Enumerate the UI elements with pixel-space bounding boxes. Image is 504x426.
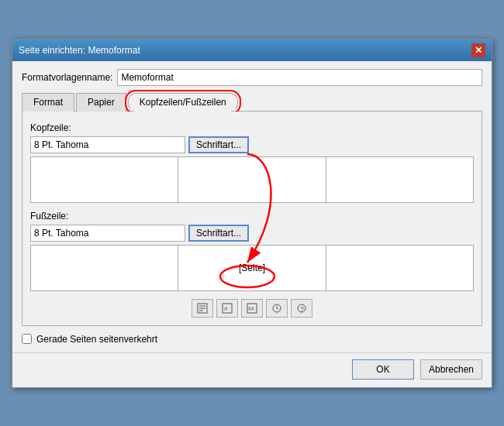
tab-content: Kopfzeile: Schriftart... Fußzeile: Schri…	[22, 112, 482, 326]
even-pages-checkbox[interactable]	[22, 334, 32, 344]
svg-line-10	[277, 308, 278, 309]
toolbar-btn-4[interactable]	[266, 299, 288, 318]
close-button[interactable]: ✕	[471, 43, 485, 57]
tab-kopfzeilen[interactable]: Kopfzeilen/Fußzeilen	[128, 93, 238, 112]
ok-button[interactable]: OK	[352, 359, 414, 380]
header-font-button[interactable]: Schriftart...	[188, 136, 249, 153]
hf-toolbar: # ## ?	[30, 299, 474, 318]
footer-cells: [Seite]	[30, 245, 474, 291]
toolbar-btn-1[interactable]	[192, 299, 213, 318]
dialog-footer: OK Abbrechen	[12, 352, 492, 387]
header-right-cell[interactable]	[326, 156, 474, 203]
header-font-input[interactable]	[30, 136, 185, 153]
header-left-cell[interactable]	[30, 156, 178, 203]
toolbar-btn-2[interactable]: #	[216, 299, 238, 318]
dialog-body: Formatvorlagenname: Format Papier Kopfze…	[12, 61, 492, 352]
footer-center-cell[interactable]: [Seite]	[178, 245, 326, 291]
header-section: Kopfzeile: Schriftart...	[30, 122, 474, 203]
footer-font-button[interactable]: Schriftart...	[188, 225, 249, 242]
page-setup-dialog: Seite einrichten: Memoformat ✕ Formatvor…	[12, 39, 492, 388]
footer-section: Fußzeile: Schriftart... [Seite]	[30, 211, 474, 291]
checkbox-row: Gerade Seiten seitenverkehrt	[22, 334, 482, 345]
header-cells	[30, 156, 474, 203]
footer-left-cell[interactable]	[30, 245, 178, 291]
format-name-input[interactable]	[117, 69, 482, 86]
footer-label: Fußzeile:	[30, 211, 474, 222]
tab-bar: Format Papier Kopfzeilen/Fußzeilen	[22, 92, 482, 112]
format-name-row: Formatvorlagenname:	[22, 69, 482, 86]
svg-text:##: ##	[248, 306, 254, 311]
svg-text:?: ?	[300, 305, 304, 313]
checkbox-label: Gerade Seiten seitenverkehrt	[36, 334, 157, 345]
svg-text:#: #	[224, 305, 228, 312]
footer-font-row: Schriftart...	[30, 225, 474, 242]
header-label: Kopfzeile:	[30, 122, 474, 133]
tab-format[interactable]: Format	[22, 93, 74, 112]
title-bar: Seite einrichten: Memoformat ✕	[12, 40, 492, 61]
tab-papier[interactable]: Papier	[76, 93, 126, 112]
header-center-cell[interactable]	[178, 156, 326, 203]
header-font-row: Schriftart...	[30, 136, 474, 153]
footer-right-cell[interactable]	[326, 245, 474, 291]
dialog-title: Seite einrichten: Memoformat	[19, 45, 140, 56]
toolbar-btn-3[interactable]: ##	[241, 299, 263, 318]
toolbar-btn-5[interactable]: ?	[291, 299, 312, 318]
cancel-button[interactable]: Abbrechen	[420, 359, 482, 380]
format-name-label: Formatvorlagenname:	[22, 72, 112, 83]
footer-font-input[interactable]	[30, 225, 185, 242]
footer-center-text: [Seite]	[239, 263, 265, 273]
